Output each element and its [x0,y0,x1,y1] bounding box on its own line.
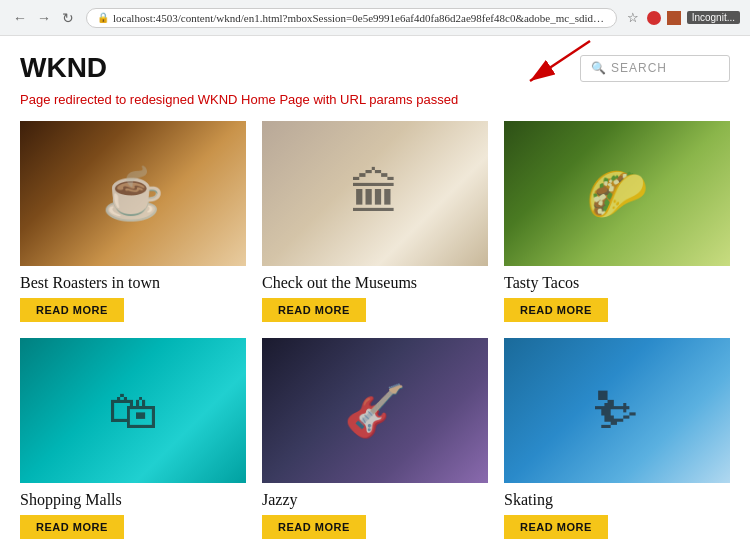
browser-icons: ☆ Incognit... [625,8,740,27]
read-more-button[interactable]: READ MORE [262,298,366,322]
search-placeholder: SEARCH [611,61,667,75]
search-box[interactable]: 🔍 SEARCH [580,55,730,82]
read-more-button[interactable]: READ MORE [20,298,124,322]
card-image [20,121,246,266]
card-title: Tasty Tacos [504,274,730,292]
browser-chrome: ← → ↻ 🔒 localhost:4503/content/wknd/en1.… [0,0,750,36]
search-icon: 🔍 [591,61,606,76]
address-bar[interactable]: 🔒 localhost:4503/content/wknd/en1.html?m… [86,8,617,28]
read-more-button[interactable]: READ MORE [504,515,608,539]
card-item: Tasty TacosREAD MORE [504,121,730,322]
card-title: Check out the Museums [262,274,488,292]
red-dot-icon [647,11,661,25]
card-title: Shopping Malls [20,491,246,509]
forward-button[interactable]: → [34,8,54,28]
card-title: Jazzy [262,491,488,509]
site-logo: WKND [20,52,107,84]
card-item: Shopping MallsREAD MORE [20,338,246,539]
site-header: WKND 🔍 SEARCH [20,36,730,92]
card-title: Best Roasters in town [20,274,246,292]
card-item: JazzyREAD MORE [262,338,488,539]
card-image [504,121,730,266]
read-more-button[interactable]: READ MORE [504,298,608,322]
reload-button[interactable]: ↻ [58,8,78,28]
read-more-button[interactable]: READ MORE [262,515,366,539]
card-image [504,338,730,483]
card-item: SkatingREAD MORE [504,338,730,539]
lock-icon: 🔒 [97,12,109,23]
card-image [262,338,488,483]
card-image [20,338,246,483]
back-button[interactable]: ← [10,8,30,28]
redirect-notice: Page redirected to redesigned WKND Home … [20,92,730,107]
card-item: Check out the MuseumsREAD MORE [262,121,488,322]
page-content: WKND 🔍 SEARCH Page redirected to redesig… [0,36,750,543]
incognito-badge: Incognit... [687,11,740,24]
card-image [262,121,488,266]
bookmark-star-button[interactable]: ☆ [625,8,641,27]
read-more-button[interactable]: READ MORE [20,515,124,539]
card-title: Skating [504,491,730,509]
card-item: Best Roasters in townREAD MORE [20,121,246,322]
card-grid: Best Roasters in townREAD MORECheck out … [20,121,730,539]
nav-buttons: ← → ↻ [10,8,78,28]
url-text: localhost:4503/content/wknd/en1.html?mbo… [113,12,606,24]
adobe-icon [667,11,681,25]
